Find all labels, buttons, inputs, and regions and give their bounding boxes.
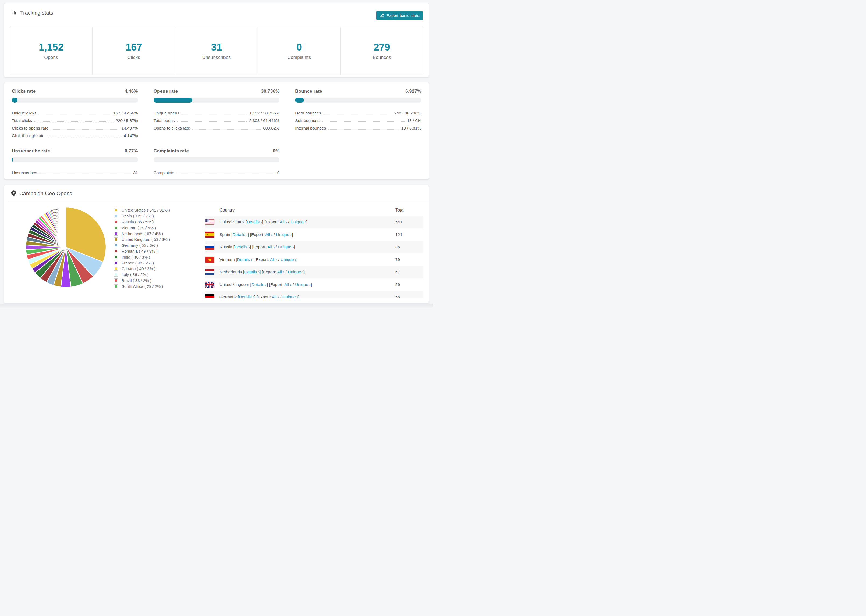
- legend-label: Vietnam ( 79 / 5% ): [121, 225, 156, 230]
- rate-progress-track: [154, 157, 280, 162]
- vn-flag-icon: [205, 257, 214, 262]
- ru-flag-icon: [205, 244, 214, 250]
- dotted-leader: [176, 174, 275, 174]
- export-basic-stats-button[interactable]: Export basic stats: [376, 11, 423, 20]
- geo-pie-legend: United States ( 541 / 31% )Spain ( 121 /…: [114, 204, 205, 297]
- map-pin-icon: [11, 190, 16, 196]
- legend-item: United States ( 541 / 31% ): [114, 207, 205, 213]
- export-unique-link[interactable]: Unique ›: [278, 245, 294, 249]
- country-cell: United Kingdom [Details ›] [Export: All …: [219, 278, 395, 291]
- details-link[interactable]: Details ›: [239, 295, 254, 297]
- rate-progress-fill: [12, 97, 17, 103]
- dotted-leader: [34, 121, 113, 122]
- rate-row-value: 18 / 0%: [407, 118, 421, 123]
- details-link[interactable]: Details ›: [252, 282, 267, 287]
- stat-cell: 167Clicks: [92, 27, 175, 75]
- rate-block-header: Complaints rate0%: [154, 148, 280, 154]
- rate-rows: Complaints0: [154, 168, 280, 175]
- rate-row: Complaints0: [154, 168, 280, 175]
- export-all-link[interactable]: All ›: [270, 257, 277, 262]
- rate-row-value: 220 / 5.87%: [116, 118, 138, 123]
- geo-table-wrap: Country Total United States [Details ›] …: [205, 204, 423, 297]
- rate-title: Opens rate: [154, 89, 178, 94]
- legend-label: France ( 42 / 2% ): [121, 261, 154, 265]
- rate-progress-fill: [12, 157, 13, 162]
- us-flag-icon: [205, 219, 214, 225]
- legend-swatch: [114, 226, 118, 230]
- legend-item: Italy ( 36 / 2% ): [114, 272, 205, 278]
- export-unique-link[interactable]: Unique ›: [282, 295, 298, 297]
- legend-label: Canada ( 40 / 2% ): [121, 266, 156, 271]
- export-unique-link[interactable]: Unique ›: [280, 257, 296, 262]
- legend-swatch: [114, 284, 118, 288]
- details-link[interactable]: Details ›: [237, 257, 252, 262]
- dotted-leader: [47, 137, 121, 137]
- rate-progress-fill: [154, 97, 192, 103]
- rate-value: 0%: [273, 148, 279, 154]
- export-all-link[interactable]: All ›: [265, 232, 273, 237]
- country-cell: Vietnam [Details ›] [Export: All › / Uni…: [219, 253, 395, 266]
- stat-value: 0: [296, 42, 302, 53]
- export-unique-link[interactable]: Unique ›: [276, 232, 292, 237]
- rate-row-value: 242 / 86.738%: [394, 111, 421, 116]
- rate-block: Unsubscribe rate0.77%Unsubscribes31: [12, 148, 138, 175]
- total-cell: 55: [395, 291, 423, 297]
- rate-block: Clicks rate4.46%Unique clicks167 / 4.456…: [12, 89, 138, 138]
- rate-row-label: Total clicks: [12, 118, 32, 123]
- legend-item: South Africa ( 29 / 2% ): [114, 283, 205, 289]
- rate-value: 6.927%: [405, 89, 421, 94]
- details-link[interactable]: Details ›: [232, 232, 248, 237]
- export-unique-link[interactable]: Unique ›: [295, 282, 311, 287]
- legend-label: Russia ( 86 / 5% ): [121, 220, 154, 224]
- rate-row-label: Unique opens: [154, 111, 179, 116]
- legend-swatch: [114, 255, 118, 259]
- export-all-link[interactable]: All ›: [280, 220, 287, 224]
- details-link[interactable]: Details ›: [235, 245, 250, 249]
- rate-title: Bounce rate: [295, 89, 322, 94]
- rate-row-value: 31: [133, 170, 138, 175]
- details-link[interactable]: Details ›: [247, 220, 262, 224]
- export-all-link[interactable]: All ›: [284, 282, 291, 287]
- rate-block: Opens rate30.736%Unique opens1,152 / 30.…: [154, 89, 280, 138]
- legend-item: Netherlands ( 67 / 4% ): [114, 231, 205, 237]
- rate-row-label: Complaints: [154, 170, 175, 175]
- rate-row: Click through rate4.147%: [12, 130, 138, 138]
- tracking-stats-card: Tracking stats Export basic stats 1,152O…: [4, 3, 429, 77]
- stat-value: 167: [126, 42, 142, 53]
- country-name: Netherlands [: [219, 270, 244, 274]
- rate-row-label: Hard bounces: [295, 111, 321, 116]
- flag-cell: [205, 253, 219, 266]
- page-title: Tracking stats: [20, 10, 53, 16]
- dotted-leader: [328, 129, 399, 130]
- rate-row: Clicks to opens rate14.497%: [12, 123, 138, 130]
- dotted-leader: [177, 121, 247, 122]
- total-cell: 59: [395, 278, 423, 291]
- rate-value: 0.77%: [124, 148, 138, 154]
- legend-label: South Africa ( 29 / 2% ): [121, 284, 163, 289]
- export-all-link[interactable]: All ›: [277, 270, 285, 274]
- flag-cell: [205, 228, 219, 241]
- details-link[interactable]: Details ›: [244, 270, 260, 274]
- legend-swatch: [114, 214, 118, 218]
- legend-label: Spain ( 121 / 7% ): [121, 214, 154, 218]
- stat-label: Opens: [44, 55, 58, 60]
- export-unique-link[interactable]: Unique ›: [290, 220, 306, 224]
- export-all-link[interactable]: All ›: [272, 295, 279, 297]
- dotted-leader: [39, 174, 131, 174]
- export-unique-link[interactable]: Unique ›: [288, 270, 304, 274]
- rate-title: Clicks rate: [12, 89, 36, 94]
- stat-label: Bounces: [373, 55, 391, 60]
- country-cell: Spain [Details ›] [Export: All › / Uniqu…: [219, 228, 395, 241]
- rate-row: Unsubscribes31: [12, 168, 138, 175]
- rate-progress-fill: [295, 97, 304, 103]
- country-cell: United States [Details ›] [Export: All ›…: [219, 216, 395, 228]
- legend-label: Brazil ( 33 / 2% ): [121, 278, 151, 283]
- rate-block-header: Unsubscribe rate0.77%: [12, 148, 138, 154]
- export-all-link[interactable]: All ›: [267, 245, 275, 249]
- dotted-leader: [322, 121, 405, 122]
- legend-item: India ( 46 / 3% ): [114, 254, 205, 260]
- geo-title: Campaign Geo Opens: [19, 190, 72, 196]
- rate-value: 4.46%: [124, 89, 138, 94]
- rate-rows: Hard bounces242 / 86.738%Soft bounces18 …: [295, 108, 421, 130]
- geo-table: Country Total United States [Details ›] …: [205, 204, 423, 297]
